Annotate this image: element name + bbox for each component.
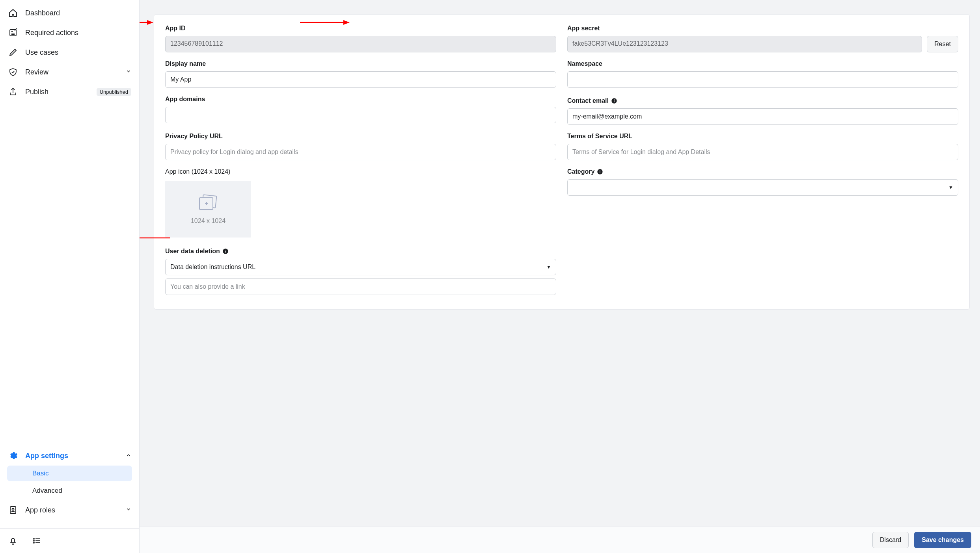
svg-point-3: [34, 538, 34, 539]
svg-rect-20: [225, 250, 225, 250]
svg-marker-7: [147, 20, 153, 25]
svg-point-2: [12, 508, 14, 510]
sidebar-item-dashboard[interactable]: Dashboard: [0, 3, 139, 23]
chevron-down-icon: ▼: [546, 264, 551, 270]
sidebar-item-review[interactable]: Review: [0, 62, 139, 82]
field-contact-email: Contact email: [567, 97, 958, 125]
svg-rect-19: [225, 251, 225, 253]
tos-url-input[interactable]: [567, 144, 958, 160]
pencil-icon: [8, 47, 18, 58]
home-icon: [8, 8, 18, 18]
chevron-down-icon: ▼: [948, 185, 953, 190]
label-namespace: Namespace: [567, 60, 958, 67]
field-app-secret: App secret fake53CR3Tv4LUe123123123123 R…: [567, 25, 958, 52]
label-app-secret: App secret: [567, 25, 958, 32]
display-name-input[interactable]: [165, 71, 556, 88]
field-app-domains: App domains: [165, 96, 556, 125]
field-app-id: App ID 123456789101112: [165, 25, 556, 52]
field-app-icon: App icon (1024 x 1024) 1024 x 1024: [165, 168, 556, 238]
data-deletion-link-input[interactable]: [165, 278, 556, 295]
annotation-arrow: [140, 19, 154, 26]
namespace-input[interactable]: [567, 71, 958, 88]
field-category: Category ▼: [567, 168, 958, 238]
sidebar-label: Required actions: [25, 29, 131, 37]
field-privacy-url: Privacy Policy URL: [165, 133, 556, 160]
sidebar-subitem-basic[interactable]: Basic: [7, 466, 132, 481]
app-id-value[interactable]: 123456789101112: [165, 36, 556, 52]
publish-status-badge: Unpublished: [97, 88, 131, 96]
image-plus-icon: [197, 194, 219, 214]
svg-rect-11: [614, 100, 614, 102]
chevron-down-icon: [126, 507, 131, 514]
app-icon-hint: 1024 x 1024: [191, 217, 225, 225]
chevron-down-icon: [126, 69, 131, 76]
app-domains-input[interactable]: [165, 107, 556, 123]
list-icon[interactable]: [32, 536, 42, 546]
sidebar-footer: [0, 528, 139, 553]
privacy-url-input[interactable]: [165, 144, 556, 160]
gear-icon: [8, 451, 18, 461]
label-app-icon: App icon (1024 x 1024): [165, 168, 556, 175]
info-icon[interactable]: [611, 98, 617, 104]
svg-point-5: [34, 542, 34, 543]
sidebar-label: App roles: [25, 506, 119, 514]
chevron-up-icon: [126, 452, 131, 460]
sidebar-item-publish[interactable]: Publish Unpublished: [0, 82, 139, 102]
contact-email-input[interactable]: [567, 108, 958, 125]
checklist-icon: [8, 28, 18, 38]
sidebar-item-use-cases[interactable]: Use cases: [0, 43, 139, 62]
field-tos-url: Terms of Service URL: [567, 133, 958, 160]
label-privacy-url: Privacy Policy URL: [165, 133, 556, 140]
sidebar: Dashboard Required actions Use cases Rev…: [0, 0, 140, 553]
label-user-data-deletion: User data deletion: [165, 248, 556, 255]
sidebar-label: Use cases: [25, 48, 131, 57]
label-app-id: App ID: [165, 25, 556, 32]
label-display-name: Display name: [165, 60, 556, 67]
data-deletion-select[interactable]: Data deletion instructions URL ▼: [165, 259, 556, 275]
reset-secret-button[interactable]: Reset: [927, 36, 958, 52]
sidebar-section-app-settings[interactable]: App settings: [0, 446, 139, 466]
sidebar-subitem-advanced[interactable]: Advanced: [7, 483, 132, 499]
label-app-domains: App domains: [165, 96, 556, 103]
save-changes-button[interactable]: Save changes: [914, 532, 971, 548]
field-display-name: Display name: [165, 60, 556, 88]
sidebar-item-required-actions[interactable]: Required actions: [0, 23, 139, 43]
settings-panel: App ID 123456789101112 App secret fake53…: [154, 14, 970, 310]
sidebar-label: Publish: [25, 88, 89, 96]
id-badge-icon: [8, 505, 18, 515]
svg-rect-16: [600, 171, 600, 173]
svg-rect-17: [600, 170, 600, 171]
label-contact-email: Contact email: [567, 97, 958, 104]
bell-icon[interactable]: [8, 536, 18, 546]
bottom-action-bar: Discard Save changes: [140, 527, 980, 553]
app-secret-value[interactable]: fake53CR3Tv4LUe123123123123: [567, 36, 922, 52]
info-icon[interactable]: [222, 248, 229, 254]
shield-check-icon: [8, 67, 18, 77]
sidebar-item-app-roles[interactable]: App roles: [0, 500, 139, 520]
upload-icon: [8, 87, 18, 97]
label-category: Category: [567, 168, 958, 175]
sidebar-section-label: App settings: [25, 452, 119, 460]
sidebar-label: Dashboard: [25, 9, 131, 17]
svg-point-4: [34, 540, 34, 541]
divider: [0, 524, 139, 524]
field-namespace: Namespace: [567, 60, 958, 88]
category-select[interactable]: ▼: [567, 179, 958, 196]
info-icon[interactable]: [597, 169, 603, 175]
main-content: App ID 123456789101112 App secret fake53…: [140, 0, 980, 553]
svg-rect-12: [614, 99, 614, 100]
discard-button[interactable]: Discard: [872, 532, 909, 548]
svg-marker-9: [343, 20, 350, 25]
sidebar-label: Review: [25, 68, 119, 76]
label-tos-url: Terms of Service URL: [567, 133, 958, 140]
field-user-data-deletion: User data deletion Data deletion instruc…: [165, 248, 556, 295]
app-icon-upload[interactable]: 1024 x 1024: [165, 181, 251, 238]
